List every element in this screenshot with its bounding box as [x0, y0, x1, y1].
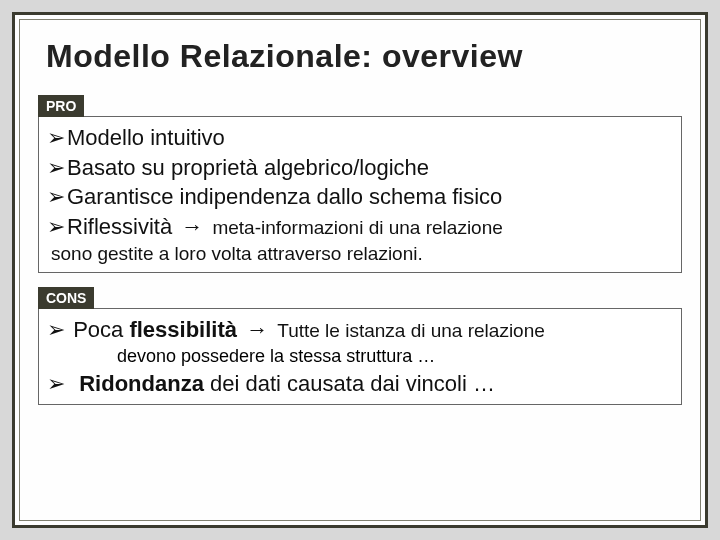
cons-subtext: devono possedere la stessa struttura … [117, 345, 673, 368]
pro-item-text: Riflessività [67, 214, 172, 239]
bullet-icon: ➢ [47, 317, 65, 342]
pro-item-1: ➢Modello intuitivo [47, 123, 673, 153]
cons-item-2: ➢ Ridondanza dei dati causata dai vincol… [47, 369, 673, 399]
arrow-icon: → [246, 317, 268, 342]
pro-subtext: sono gestite a loro volta attraverso rel… [51, 242, 673, 267]
bullet-icon: ➢ [47, 125, 65, 150]
inner-frame: Modello Relazionale: overview PRO ➢Model… [19, 19, 701, 521]
cons-item-tail: dei dati causata dai vincoli … [210, 371, 495, 396]
bullet-icon: ➢ [47, 371, 65, 396]
pro-item-text: Basato su proprietà algebrico/logiche [67, 155, 429, 180]
arrow-icon: → [181, 214, 203, 239]
cons-label: CONS [38, 287, 94, 309]
pro-item-meta: meta-informazioni di una relazione [212, 217, 502, 238]
bullet-icon: ➢ [47, 155, 65, 180]
cons-item-1: ➢ Poca flessibilità → Tutte le istanza d… [47, 315, 673, 345]
slide: Modello Relazionale: overview PRO ➢Model… [0, 0, 720, 540]
bullet-icon: ➢ [47, 184, 65, 209]
cons-section: CONS ➢ Poca flessibilità → Tutte le ista… [38, 287, 682, 405]
cons-box: ➢ Poca flessibilità → Tutte le istanza d… [38, 308, 682, 405]
pro-section: PRO ➢Modello intuitivo ➢Basato su propri… [38, 95, 682, 273]
pro-item-4: ➢Riflessività → meta-informazioni di una… [47, 212, 673, 242]
pro-label: PRO [38, 95, 84, 117]
slide-title: Modello Relazionale: overview [46, 38, 682, 75]
cons-item-tail: Tutte le istanza di una relazione [277, 320, 545, 341]
pro-box: ➢Modello intuitivo ➢Basato su proprietà … [38, 116, 682, 273]
cons-item-bold: Ridondanza [79, 371, 204, 396]
cons-item-text: Poca [73, 317, 123, 342]
outer-frame: Modello Relazionale: overview PRO ➢Model… [12, 12, 708, 528]
pro-item-text: Garantisce indipendenza dallo schema fis… [67, 184, 502, 209]
pro-item-text: Modello intuitivo [67, 125, 225, 150]
cons-item-bold: flessibilità [129, 317, 237, 342]
pro-item-2: ➢Basato su proprietà algebrico/logiche [47, 153, 673, 183]
pro-item-3: ➢Garantisce indipendenza dallo schema fi… [47, 182, 673, 212]
bullet-icon: ➢ [47, 214, 65, 239]
